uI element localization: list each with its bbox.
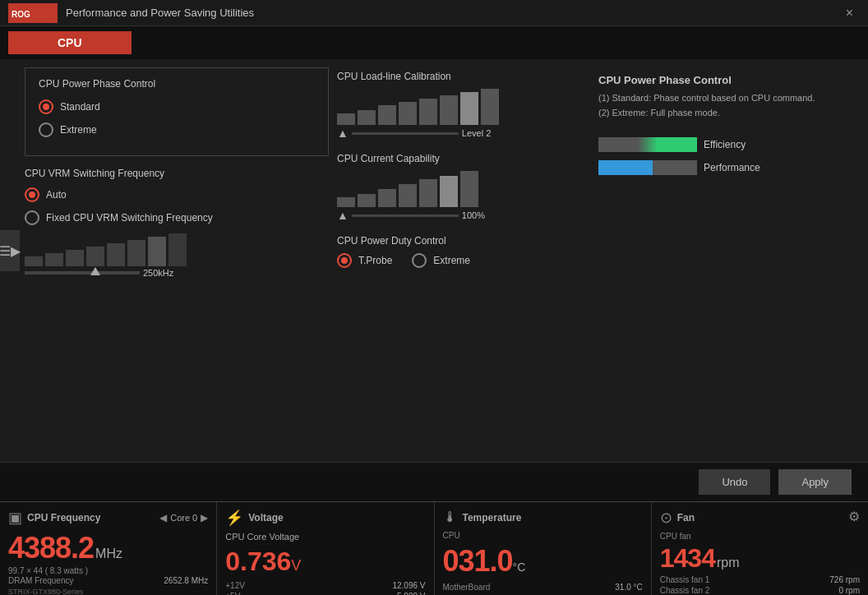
cpu-freq-gpu-label: STRIX-GTX980-Series [8, 588, 208, 595]
right-panel-desc1: (1) Standard: Phase control based on CPU… [598, 93, 853, 103]
phase-standard-label: Standard [60, 101, 100, 113]
sidebar-toggle[interactable]: ☰▶ [0, 230, 20, 271]
vrm-bar-3 [66, 250, 84, 266]
duty-tprobe-radio[interactable] [337, 253, 352, 268]
vrm-slider-container: 250kHz [25, 233, 329, 278]
vrm-fixed-radio[interactable] [25, 210, 39, 225]
phase-extreme-radio[interactable] [39, 122, 53, 137]
chassis1-label: Chassis fan 1 [660, 575, 710, 584]
llc-arrow-icon: ▲ [337, 127, 349, 140]
cpu-freq-section: ▣ CPU Frequency ◀ Core 0 ▶ 4388.2 MHz 99… [0, 502, 217, 595]
cpu-temp-big-row: 031.0 °C [443, 544, 643, 579]
llc-bar-5 [419, 99, 437, 125]
llc-bar-3 [378, 105, 396, 125]
cpu-core-voltage-label: CPU Core Voltage [225, 532, 299, 542]
voltage-icon: ⚡ [225, 509, 243, 527]
apply-button[interactable]: Apply [778, 469, 852, 495]
chassis1-row: Chassis fan 1 726 rpm [660, 575, 860, 584]
voltage-big-value: 0.736 [225, 547, 291, 577]
vrm-slider-row: 250kHz [25, 268, 329, 278]
cpu-freq-icon: ▣ [8, 509, 22, 527]
chassis2-row: Chassis fan 2 0 rpm [660, 586, 860, 595]
mb-temp-row: MotherBoard 31.0 °C [443, 583, 643, 592]
v5-row: +5V 5.000 V [225, 592, 425, 595]
llc-title: CPU Load-line Calibration [337, 71, 584, 82]
v12-row: +12V 12.096 V [225, 581, 425, 590]
phase-standard-row: Standard [39, 99, 315, 114]
llc-value: Level 2 [462, 128, 491, 138]
current-section: CPU Current Capability ▲ 100% [337, 153, 584, 222]
llc-bars [337, 89, 584, 125]
duty-options: T.Probe Extreme [337, 253, 584, 276]
vrm-auto-radio[interactable] [25, 187, 39, 202]
vrm-bar-2 [45, 253, 63, 266]
duty-tprobe-label: T.Probe [358, 255, 392, 266]
undo-button[interactable]: Undo [699, 469, 770, 495]
fan-section: ⊙ Fan CPU fan 1434 rpm Chassis fan 1 726… [652, 502, 868, 595]
mb-temp-value: 31.0 °C [615, 583, 642, 592]
phase-box-title: CPU Power Phase Control [39, 78, 315, 90]
dram-freq-row: DRAM Frequency 2652.8 MHz [8, 576, 208, 585]
cpu-fan-unit: rpm [717, 556, 740, 570]
v5-value: 5.000 V [397, 592, 425, 595]
cur-bar-5 [419, 179, 437, 207]
vrm-bar-1 [25, 256, 43, 266]
right-panel-desc2: (2) Extreme: Full phase mode. [598, 108, 853, 118]
left-panel: CPU Power Phase Control Standard Extreme… [25, 67, 329, 454]
settings-gear-icon[interactable]: ⚙ [848, 509, 860, 524]
duty-section: CPU Power Duty Control T.Probe Extreme [337, 235, 584, 276]
llc-track[interactable] [352, 132, 459, 135]
cur-bar-2 [358, 194, 376, 207]
main-content: ☰▶ CPU Power Phase Control Standard Extr… [0, 59, 868, 462]
cur-bar-3 [378, 189, 396, 207]
temperature-header: 🌡 Temperature [443, 509, 643, 526]
freq-core-label: Core 0 [170, 513, 197, 523]
vrm-slider-track[interactable] [25, 271, 140, 274]
tab-cpu[interactable]: CPU [8, 31, 132, 54]
vrm-auto-label: Auto [46, 189, 67, 201]
cpu-temp-big-value: 031.0 [443, 544, 513, 579]
vrm-bar-4 [86, 247, 104, 266]
voltage-unit: V [291, 557, 301, 574]
cpu-freq-sub: 99.7 × 44 ( 8.3 watts ) [8, 566, 208, 575]
phase-extreme-row: Extreme [39, 122, 315, 137]
phase-standard-radio[interactable] [39, 99, 53, 114]
cur-bar-1 [337, 197, 355, 207]
current-track[interactable] [352, 214, 459, 217]
performance-bar [598, 160, 697, 175]
voltage-header: ⚡ Voltage [225, 509, 425, 527]
efficiency-label: Efficiency [704, 139, 746, 150]
duty-extreme-radio[interactable] [412, 253, 427, 268]
vrm-bar-5 [107, 243, 125, 266]
action-bar: Undo Apply [0, 462, 868, 501]
phase-extreme-label: Extreme [60, 124, 97, 136]
voltage-title: Voltage [248, 512, 283, 524]
mb-temp-label: MotherBoard [443, 583, 491, 592]
cpu-fan-label-row: CPU fan [660, 532, 860, 541]
fan-title: Fan [677, 512, 695, 524]
llc-bar-7 [460, 92, 478, 125]
close-button[interactable]: × [839, 6, 860, 21]
voltage-section: ⚡ Voltage CPU Core Voltage 0.736 V +12V … [217, 502, 434, 595]
right-panel: CPU Power Phase Control (1) Standard: Ph… [592, 67, 860, 454]
vrm-bar-8 [169, 233, 187, 266]
efficiency-legend-row: Efficiency [598, 137, 853, 152]
fan-icon: ⊙ [660, 509, 672, 527]
phase-legend-container: Efficiency Performance [598, 137, 853, 175]
chassis2-value: 0 rpm [838, 586, 860, 595]
vrm-title: CPU VRM Switching Frequency [25, 168, 329, 179]
duty-extreme-label: Extreme [433, 255, 470, 266]
current-slider-row: ▲ 100% [337, 209, 584, 222]
current-title: CPU Current Capability [337, 153, 584, 164]
vrm-box: CPU VRM Switching Frequency Auto Fixed C… [25, 164, 329, 281]
chassis1-value: 726 rpm [829, 575, 860, 584]
freq-prev-arrow[interactable]: ◀ [159, 512, 167, 524]
voltage-big-row: 0.736 V [225, 547, 425, 577]
vrm-fixed-label: Fixed CPU VRM Switching Frequency [46, 212, 213, 224]
freq-next-arrow[interactable]: ▶ [201, 512, 208, 524]
vrm-value: 250kHz [143, 268, 173, 278]
right-panel-title: CPU Power Phase Control [598, 74, 853, 86]
vrm-bar-7 [148, 237, 166, 266]
fan-header: ⊙ Fan [660, 509, 860, 527]
v12-label: +12V [225, 581, 245, 590]
